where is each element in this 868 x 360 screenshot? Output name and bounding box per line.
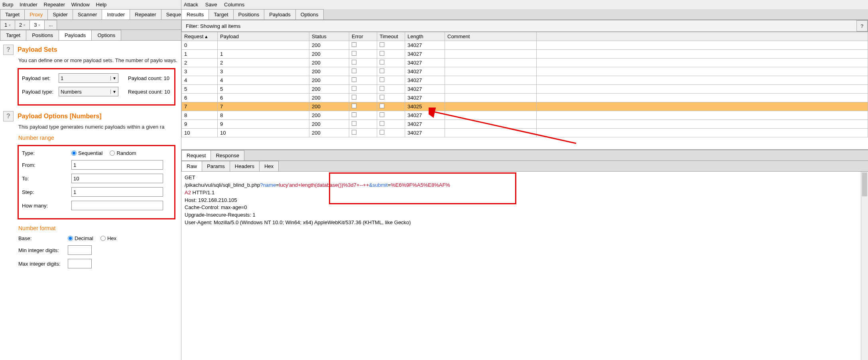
tab-payloads-r[interactable]: Payloads (264, 9, 295, 20)
maxint-input[interactable] (68, 259, 92, 268)
checkbox-icon (380, 104, 384, 108)
payload-sets-desc: You can define one or more payload sets.… (18, 57, 178, 63)
col-error[interactable]: Error (349, 32, 377, 41)
help-icon[interactable]: ? (3, 111, 14, 121)
tab-options-r[interactable]: Options (295, 9, 324, 20)
numtab-1[interactable]: 1× (0, 20, 15, 29)
raw-request[interactable]: GET /pikachu/vul/sqli/sqli_blind_b.php?n… (181, 172, 868, 360)
right-panel: Attack Save Columns Results Target Posit… (181, 0, 868, 360)
left-panel: Burp Intruder Repeater Window Help Targe… (0, 0, 181, 360)
radio-random-label: Random (116, 150, 136, 156)
help-icon[interactable]: ? (3, 45, 14, 55)
table-row[interactable]: 101020034027 (182, 129, 868, 137)
filter-help-icon[interactable]: ? (856, 20, 868, 31)
table-row[interactable]: 1120034027 (182, 50, 868, 59)
from-label: From: (22, 162, 71, 168)
numtab-3[interactable]: 3× (30, 20, 45, 29)
col-timeout[interactable]: Timeout (377, 32, 405, 41)
howmany-input[interactable] (71, 201, 163, 210)
checkbox-icon (380, 68, 384, 73)
main-tabs: Target Proxy Spider Scanner Intruder Rep… (0, 9, 181, 20)
number-range-box: Type: Sequential Random From: To: (18, 145, 175, 219)
checkbox-icon (352, 51, 356, 56)
subtab-positions[interactable]: Positions (26, 30, 59, 40)
tab-raw[interactable]: Raw (181, 161, 202, 171)
numtab-more[interactable]: ... (44, 20, 57, 29)
radio-sequential-label: Sequential (78, 150, 102, 156)
tab-results[interactable]: Results (181, 9, 209, 20)
minint-input[interactable] (68, 245, 92, 255)
tab-intruder[interactable]: Intruder (102, 9, 130, 20)
raw-tabs: Raw Params Headers Hex (181, 161, 868, 172)
tab-proxy[interactable]: Proxy (24, 9, 48, 20)
close-icon[interactable]: × (8, 23, 11, 27)
tab-scanner[interactable]: Scanner (73, 9, 102, 20)
menu-intruder[interactable]: Intruder (20, 2, 37, 8)
radio-decimal[interactable] (68, 236, 73, 241)
col-comment[interactable]: Comment (445, 32, 537, 41)
payload-content: ? Payload Sets You can define one or mor… (0, 41, 181, 360)
table-row[interactable]: 6620034027 (182, 94, 868, 102)
tab-hex[interactable]: Hex (259, 161, 279, 171)
from-input[interactable] (71, 160, 163, 170)
tab-target-r[interactable]: Target (209, 9, 233, 20)
table-row[interactable]: 3320034027 (182, 67, 868, 76)
table-row[interactable]: 7720034025 (182, 102, 868, 111)
menu-save[interactable]: Save (205, 2, 217, 8)
menu-burp[interactable]: Burp (2, 2, 13, 8)
col-status[interactable]: Status (309, 32, 349, 41)
col-payload[interactable]: Payload (218, 32, 309, 41)
checkbox-icon (380, 130, 384, 135)
menu-attack[interactable]: Attack (184, 2, 198, 8)
tab-params[interactable]: Params (202, 161, 230, 171)
minint-label: Min integer digits: (18, 247, 68, 253)
tab-target[interactable]: Target (0, 9, 25, 20)
menu-window[interactable]: Window (71, 2, 90, 8)
checkbox-icon (380, 60, 384, 65)
checkbox-icon (352, 112, 356, 117)
type-label: Type: (22, 150, 71, 156)
step-label: Step: (22, 189, 71, 195)
tab-positions-r[interactable]: Positions (233, 9, 265, 20)
results-table: Request ▴ Payload Status Error Timeout L… (181, 32, 868, 137)
tab-request[interactable]: Request (181, 150, 211, 160)
table-row[interactable]: 5520034027 (182, 85, 868, 94)
maxint-label: Max integer digits: (18, 261, 68, 267)
tab-spider[interactable]: Spider (47, 9, 73, 20)
subtab-options[interactable]: Options (91, 30, 121, 40)
subtab-target[interactable]: Target (0, 30, 26, 40)
subtab-payloads[interactable]: Payloads (59, 30, 92, 40)
step-input[interactable] (71, 187, 163, 197)
scrollbar[interactable] (861, 172, 868, 360)
table-row[interactable]: 8820034027 (182, 111, 868, 120)
payload-set-dropdown[interactable]: 1▼ (59, 73, 118, 83)
tab-response[interactable]: Response (211, 150, 244, 160)
radio-sequential[interactable] (71, 151, 77, 156)
col-request[interactable]: Request ▴ (182, 32, 218, 41)
sub-tabs: Target Positions Payloads Options (0, 30, 181, 41)
menu-columns[interactable]: Columns (224, 2, 244, 8)
col-length[interactable]: Length (405, 32, 445, 41)
close-icon[interactable]: × (38, 23, 40, 27)
checkbox-icon (380, 77, 384, 82)
checkbox-icon (352, 121, 356, 126)
table-row[interactable]: 020034027 (182, 41, 868, 50)
payload-options-title: Payload Options [Numbers] (18, 113, 102, 120)
table-row[interactable]: 9920034027 (182, 120, 868, 129)
tab-repeater[interactable]: Repeater (130, 9, 161, 20)
radio-hex[interactable] (100, 236, 106, 241)
menu-repeater[interactable]: Repeater (44, 2, 65, 8)
payload-type-label: Payload type: (22, 89, 59, 95)
menu-help[interactable]: Help (96, 2, 107, 8)
table-row[interactable]: 2220034027 (182, 59, 868, 67)
radio-decimal-label: Decimal (75, 235, 93, 241)
table-row[interactable]: 4420034027 (182, 76, 868, 85)
tab-headers[interactable]: Headers (230, 161, 260, 171)
close-icon[interactable]: × (23, 23, 26, 27)
payload-type-dropdown[interactable]: Numbers▼ (59, 87, 118, 96)
filter-bar[interactable]: Filter: Showing all items ? (181, 20, 868, 32)
numtab-2[interactable]: 2× (15, 20, 30, 29)
payload-set-label: Payload set: (22, 75, 59, 81)
radio-random[interactable] (110, 151, 115, 156)
to-input[interactable] (71, 174, 163, 183)
